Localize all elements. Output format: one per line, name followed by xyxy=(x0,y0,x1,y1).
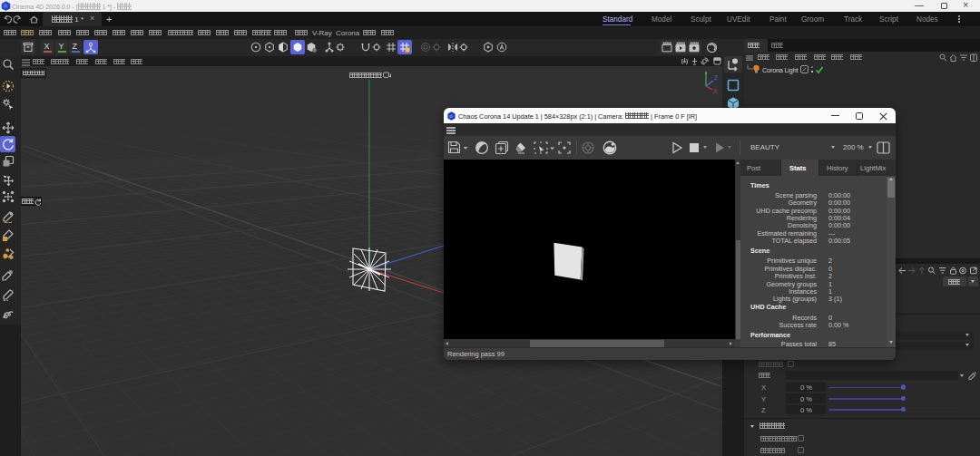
svg-text:X: X xyxy=(713,88,718,94)
svg-text:Z: Z xyxy=(714,74,718,81)
